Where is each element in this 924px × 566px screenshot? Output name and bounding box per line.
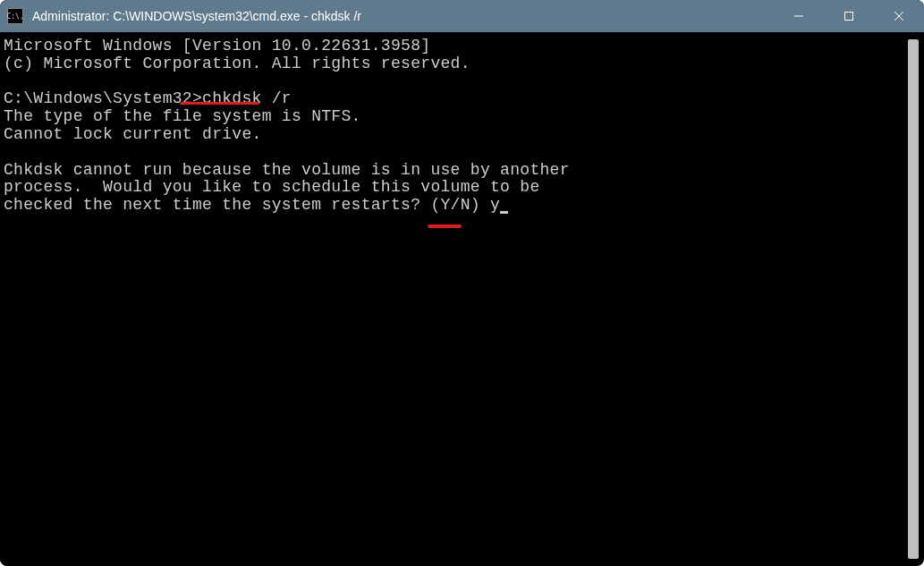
console-output: Chkdsk cannot run because the volume is … — [4, 161, 570, 179]
scrollbar[interactable] — [908, 39, 919, 559]
console-output: checked the next time the system restart… — [4, 196, 490, 214]
minimize-button[interactable] — [774, 0, 824, 32]
close-button[interactable] — [874, 0, 924, 32]
console-line: (c) Microsoft Corporation. All rights re… — [4, 55, 470, 72]
cmd-icon: C:\. — [7, 8, 23, 24]
console-command: chkdsk /r — [202, 89, 292, 107]
window-controls — [774, 0, 924, 32]
svg-rect-1 — [845, 13, 853, 21]
maximize-icon — [843, 11, 854, 21]
console-user-input: y — [490, 196, 500, 214]
console-output: Cannot lock current drive. — [4, 125, 262, 143]
console-line: Microsoft Windows [Version 10.0.22631.39… — [4, 37, 430, 55]
console-output: process. Would you like to schedule this… — [4, 178, 540, 196]
annotation-underline-response — [428, 224, 462, 228]
console-prompt: C:\Windows\System32> — [4, 89, 202, 107]
terminal-window: C:\. Administrator: C:\WINDOWS\system32\… — [0, 0, 924, 566]
cursor — [500, 211, 508, 214]
minimize-icon — [793, 11, 804, 21]
maximize-button[interactable] — [824, 0, 874, 32]
console-output: The type of the file system is NTFS. — [4, 107, 361, 125]
console-body[interactable]: Microsoft Windows [Version 10.0.22631.39… — [0, 32, 904, 566]
annotation-underline-command — [180, 102, 259, 105]
titlebar: C:\. Administrator: C:\WINDOWS\system32\… — [0, 0, 924, 32]
window-title: Administrator: C:\WINDOWS\system32\cmd.e… — [32, 9, 774, 23]
close-icon — [894, 11, 904, 21]
